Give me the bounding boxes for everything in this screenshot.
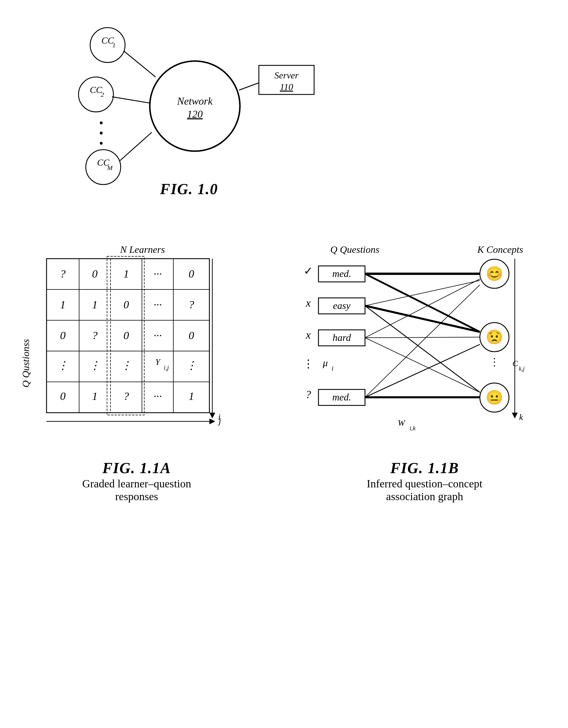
svg-text:1: 1 — [189, 390, 194, 402]
svg-text:Q Questions: Q Questions — [330, 244, 379, 255]
svg-text:Server: Server — [274, 70, 299, 81]
svg-line-15 — [124, 51, 156, 77]
svg-text:1: 1 — [112, 42, 116, 49]
svg-text:Network: Network — [177, 95, 213, 107]
svg-text:hard: hard — [333, 332, 351, 343]
fig10-diagram: CC 1 CC 2 • • • CC M Network 120 Server … — [58, 12, 320, 201]
svg-text:😊: 😊 — [486, 265, 503, 282]
svg-line-101 — [365, 344, 480, 397]
svg-text:···: ··· — [153, 298, 162, 311]
svg-text:k,j: k,j — [519, 365, 525, 372]
fig11a-diagram: N Learners Q Qustionss ? 0 1 ··· 0 1 1 0… — [17, 241, 256, 503]
svg-line-93 — [365, 274, 480, 332]
svg-text:•: • — [99, 127, 103, 139]
svg-line-16 — [112, 97, 151, 103]
fig11b-label: FIG. 1.1B — [390, 459, 459, 477]
svg-text:2: 2 — [101, 91, 104, 98]
svg-text:⋮: ⋮ — [121, 359, 132, 371]
fig11a-label: FIG. 1.1A — [102, 459, 171, 477]
svg-line-21 — [239, 83, 259, 90]
svg-text:M: M — [107, 164, 113, 171]
svg-text:0: 0 — [189, 329, 194, 341]
fig11b-diagram: Q Questions K Concepts ✓ med. x easy x h… — [291, 241, 558, 503]
svg-text:CC: CC — [101, 35, 114, 46]
svg-text:1: 1 — [92, 390, 98, 402]
svg-text:1: 1 — [60, 298, 66, 311]
svg-text:😟: 😟 — [486, 329, 503, 345]
svg-text:i: i — [332, 364, 334, 372]
svg-marker-106 — [512, 413, 518, 418]
svg-text:C: C — [512, 359, 518, 368]
svg-text:✓: ✓ — [304, 265, 313, 277]
svg-text:⋮: ⋮ — [186, 359, 197, 371]
svg-text:?: ? — [189, 298, 194, 311]
svg-text:😐: 😐 — [486, 389, 503, 406]
svg-text:⋮: ⋮ — [89, 359, 100, 371]
svg-line-17 — [119, 132, 152, 161]
svg-text:⋮: ⋮ — [57, 359, 68, 371]
svg-text:i,j: i,j — [164, 364, 169, 371]
svg-marker-61 — [209, 413, 215, 418]
fig11a-caption: Graded learner–question responses — [82, 477, 191, 503]
svg-text:easy: easy — [333, 300, 351, 311]
svg-text:N Learners: N Learners — [120, 244, 165, 255]
svg-text:Q Qustionss: Q Qustionss — [20, 339, 31, 387]
svg-text:···: ··· — [153, 329, 162, 341]
svg-text:1: 1 — [92, 298, 98, 311]
svg-text:CC: CC — [90, 85, 102, 95]
svg-text:x: x — [306, 329, 311, 341]
svg-text:med.: med. — [332, 268, 351, 279]
svg-text:x: x — [306, 297, 311, 309]
svg-text:0: 0 — [124, 298, 129, 311]
svg-text:120: 120 — [187, 108, 203, 120]
svg-text:K Concepts: K Concepts — [477, 244, 523, 255]
svg-text:W: W — [398, 418, 406, 428]
svg-text:med.: med. — [332, 392, 351, 403]
fig10-label: FIG. 1.0 — [160, 180, 218, 198]
svg-text:⋮: ⋮ — [489, 356, 500, 368]
fig11b-caption: Inferred question–concept association gr… — [367, 477, 483, 503]
svg-line-99 — [365, 338, 480, 392]
svg-text:?: ? — [60, 268, 66, 280]
svg-text:0: 0 — [92, 268, 98, 280]
svg-text:k: k — [519, 412, 523, 422]
svg-marker-64 — [209, 418, 215, 424]
svg-text:0: 0 — [60, 390, 66, 402]
svg-text:μ: μ — [323, 357, 328, 368]
svg-text:1: 1 — [124, 268, 129, 280]
svg-text:0: 0 — [60, 329, 66, 341]
svg-line-98 — [365, 337, 480, 338]
svg-text:?: ? — [124, 390, 129, 402]
svg-text:···: ··· — [153, 390, 162, 402]
svg-text:i,k: i,k — [410, 424, 416, 432]
svg-text:110: 110 — [280, 82, 293, 92]
svg-text:···: ··· — [153, 268, 162, 280]
svg-text:⋮: ⋮ — [303, 358, 314, 370]
svg-text:0: 0 — [124, 329, 129, 341]
svg-text:?: ? — [306, 388, 311, 400]
svg-text:•: • — [99, 137, 103, 149]
svg-text:•: • — [99, 117, 103, 129]
svg-text:?: ? — [92, 329, 98, 341]
svg-text:0: 0 — [189, 268, 194, 280]
